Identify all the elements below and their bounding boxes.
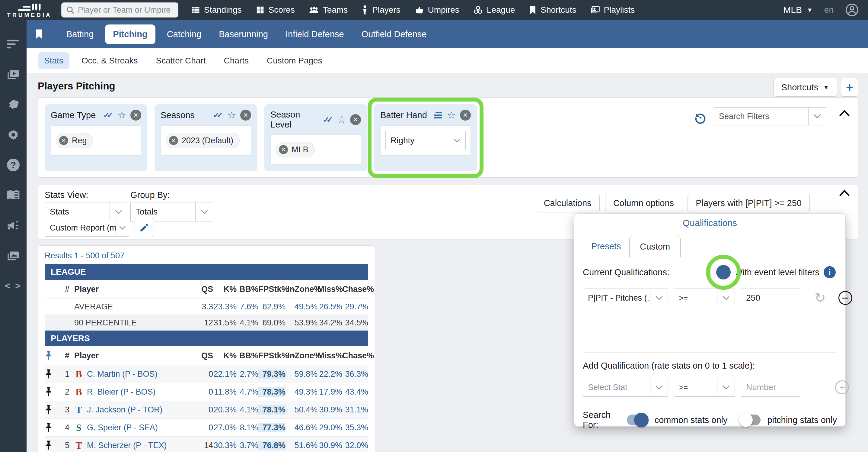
nav-umpires[interactable]: Umpires: [414, 5, 459, 15]
cell-chase[interactable]: 36.3%: [342, 369, 368, 379]
batter-hand-select[interactable]: Righty: [385, 131, 466, 150]
col-k-header[interactable]: K%: [213, 351, 237, 361]
shortcuts-button[interactable]: Shortcuts ▼: [773, 78, 837, 97]
cell-chase[interactable]: 29.7%: [342, 302, 368, 311]
cell-inzone[interactable]: 46.6%: [287, 423, 317, 432]
cell-inzone[interactable]: 50.4%: [287, 405, 317, 415]
pin-icon[interactable]: [45, 422, 53, 433]
results-count[interactable]: Results 1 - 500 of 507: [45, 249, 368, 264]
cell-fpstk[interactable]: 78.1%: [258, 405, 285, 415]
nav-league[interactable]: League: [473, 5, 515, 15]
trumedia-logo[interactable]: TRUMEDIA: [0, 2, 59, 19]
search-input[interactable]: [78, 5, 174, 15]
tag-icon[interactable]: [0, 89, 27, 120]
global-search[interactable]: [61, 2, 178, 18]
pin-icon[interactable]: [45, 369, 53, 379]
nav-shortcuts[interactable]: Shortcuts: [529, 5, 576, 15]
favorite-star-icon[interactable]: ☆: [117, 110, 126, 120]
select-all-icon[interactable]: ✓✓: [103, 111, 114, 120]
cell-k[interactable]: 11.8%: [213, 387, 237, 397]
stats-view-select[interactable]: Stats: [45, 202, 127, 222]
nav-standings[interactable]: Standings: [191, 5, 242, 15]
col-qs-header[interactable]: QS: [196, 351, 213, 361]
image-playlist-icon[interactable]: [0, 241, 27, 271]
tab-pitching[interactable]: Pitching: [105, 25, 155, 44]
col-player-header[interactable]: Player: [69, 285, 196, 294]
tab-baserunning[interactable]: Baserunning: [213, 25, 274, 44]
language-toggle[interactable]: en: [824, 5, 834, 15]
cell-fpstk[interactable]: 78.3%: [258, 387, 285, 397]
tab-outfield-defense[interactable]: Outfield Defense: [355, 25, 433, 44]
add-number-input[interactable]: [741, 378, 800, 397]
remove-chip-icon[interactable]: ✕: [59, 136, 68, 145]
cell-k[interactable]: 22.1%: [213, 369, 237, 379]
cell-miss[interactable]: 29.0%: [317, 423, 342, 432]
cell-chase[interactable]: 31.1%: [342, 405, 368, 415]
col-rank-header[interactable]: #: [58, 285, 69, 294]
col-chase-header[interactable]: Chase%: [342, 285, 368, 294]
col-chase-header[interactable]: Chase%: [342, 351, 368, 361]
pin-icon[interactable]: [45, 440, 53, 451]
col-k-header[interactable]: K%: [213, 285, 237, 294]
edit-report-button[interactable]: [134, 218, 154, 237]
cell-k[interactable]: 27.0%: [213, 423, 237, 432]
cell-miss[interactable]: 22.2%: [317, 369, 342, 379]
add-operator-select[interactable]: >=: [674, 378, 735, 397]
col-bb-header[interactable]: BB%: [237, 351, 258, 361]
cell-bb[interactable]: 4.7%: [237, 387, 258, 397]
filter-history-icon[interactable]: [694, 111, 707, 124]
league-picker[interactable]: MLB ▼: [783, 5, 812, 15]
remove-chip-icon[interactable]: ✕: [169, 136, 178, 145]
col-bb-header[interactable]: BB%: [237, 285, 258, 294]
filters-sidebar-icon[interactable]: [0, 29, 27, 59]
player-link[interactable]: C. Martin (P - BOS): [87, 369, 158, 379]
info-icon[interactable]: i: [824, 266, 836, 278]
remove-filter-icon[interactable]: ✕: [130, 110, 141, 120]
pin-column-icon[interactable]: [45, 350, 53, 361]
tab-stats[interactable]: Stats: [38, 52, 69, 69]
tab-infield-defense[interactable]: Infield Defense: [279, 25, 350, 44]
cell-chase[interactable]: 32.0%: [342, 441, 368, 450]
remove-qualification-icon[interactable]: [838, 291, 852, 305]
remove-chip-icon[interactable]: ✕: [279, 145, 288, 154]
custom-report-select[interactable]: Custom Report (me): [45, 219, 129, 236]
search-filters-select[interactable]: Search Filters: [714, 107, 826, 125]
col-miss-header[interactable]: Miss%: [317, 285, 342, 294]
cell-bb[interactable]: 7.6%: [237, 302, 258, 311]
cell-bb[interactable]: 2.7%: [237, 369, 258, 379]
cell-k[interactable]: 30.3%: [213, 441, 237, 450]
megaphone-icon[interactable]: [0, 210, 27, 241]
player-link[interactable]: R. Bleier (P - BOS): [87, 387, 156, 397]
nav-playlists[interactable]: Playlists: [590, 5, 635, 15]
player-link[interactable]: M. Scherzer (P - TEX): [87, 441, 167, 450]
code-icon[interactable]: < >: [0, 271, 27, 301]
tab-presets[interactable]: Presets: [583, 236, 629, 257]
tab-charts[interactable]: Charts: [218, 52, 254, 69]
column-options-button[interactable]: Column options: [605, 194, 682, 213]
select-all-icon[interactable]: ✓✓: [213, 111, 223, 120]
cell-fpstk[interactable]: 77.3%: [258, 423, 285, 432]
cell-miss[interactable]: 17.9%: [317, 387, 342, 397]
cell-inzone[interactable]: 51.6%: [287, 441, 317, 450]
cell-bb[interactable]: 8.1%: [237, 423, 258, 432]
tab-custom-pages[interactable]: Custom Pages: [261, 52, 329, 69]
cell-chase[interactable]: 35.3%: [342, 423, 368, 432]
gear-icon[interactable]: [0, 120, 27, 150]
col-qs-header[interactable]: QS: [196, 285, 213, 294]
nav-teams[interactable]: Teams: [309, 5, 348, 15]
player-link[interactable]: G. Speier (P - SEA): [87, 423, 158, 432]
calculations-button[interactable]: Calculations: [536, 194, 600, 213]
add-shortcut-button[interactable]: +: [841, 78, 858, 97]
remove-filter-icon[interactable]: ✕: [240, 110, 251, 120]
nav-scores[interactable]: Scores: [256, 5, 295, 15]
col-fpstk-header[interactable]: FPStk%▼: [258, 351, 287, 361]
common-stats-toggle[interactable]: [627, 415, 648, 425]
tab-batting[interactable]: Batting: [60, 25, 100, 44]
pin-icon[interactable]: [45, 387, 53, 397]
cell-bb[interactable]: 3.7%: [237, 441, 258, 450]
help-icon[interactable]: ?: [0, 150, 27, 180]
tab-custom[interactable]: Custom: [629, 236, 681, 257]
video-playlist-icon[interactable]: [0, 59, 27, 89]
add-stat-select[interactable]: Select Stat: [583, 378, 668, 397]
cell-miss[interactable]: 30.9%: [317, 441, 342, 450]
